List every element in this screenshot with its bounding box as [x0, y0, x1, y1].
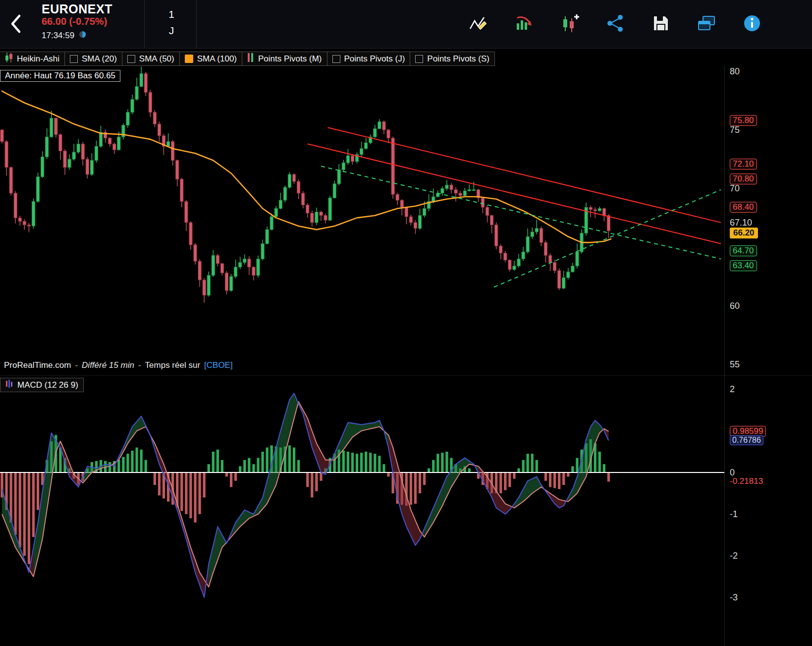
header: EURONEXT 66.00 (-0.75%) 17:34:59 1 J: [0, 0, 812, 49]
macd-axis-label: -0.21813: [730, 476, 763, 486]
indicators-icon[interactable]: [514, 13, 534, 33]
legend-item-sma20[interactable]: SMA (20): [64, 52, 122, 66]
legend-item-sma100[interactable]: SMA (100): [179, 52, 242, 66]
legend-item-sma50[interactable]: SMA (50): [122, 52, 180, 66]
delayed-data-icon: [79, 31, 86, 41]
save-icon[interactable]: [651, 13, 671, 33]
legend-item-pivots-m[interactable]: Points Pivots (M): [242, 52, 327, 66]
checkbox-icon[interactable]: [70, 55, 78, 63]
share-icon[interactable]: [605, 13, 625, 33]
price-axis-label: 67.10: [730, 217, 752, 228]
legend-label: SMA (100): [197, 54, 237, 64]
price-axis-label: 66.20: [730, 228, 758, 238]
macd-chart[interactable]: [0, 376, 724, 646]
realtime-label: Temps réel sur: [145, 360, 200, 370]
price-axis-label: 75.80: [730, 115, 757, 126]
legend-label: SMA (20): [82, 54, 117, 64]
price-change: 66.00 (-0.75%): [42, 16, 107, 27]
macd-axis-label: -3: [730, 592, 738, 603]
watermark-separator: -: [138, 360, 141, 370]
heikin-ashi-swatch: [5, 52, 13, 65]
price-axis-label: 64.70: [730, 245, 757, 256]
macd-axis-label: 0.76786: [730, 435, 763, 445]
price-chart[interactable]: [0, 66, 724, 375]
back-button[interactable]: [7, 13, 25, 35]
macd-axis-label: -1: [730, 509, 738, 520]
checkbox-icon[interactable]: [332, 55, 340, 63]
price-axis-label: 72.10: [730, 159, 757, 170]
draw-tool-icon[interactable]: [469, 13, 488, 33]
macd-axis: 20-1-2-30.985990.76786-0.21813: [725, 376, 812, 646]
timeframe-value: 1: [147, 8, 196, 20]
legend-label: Points Pivots (J): [344, 54, 405, 64]
pivots-swatch: [247, 53, 254, 65]
legend-label: Points Pivots (S): [427, 54, 489, 64]
delayed-label: Différé 15 min: [82, 360, 134, 370]
legend-label: Heikin-Ashi: [17, 54, 59, 64]
legend-label: Points Pivots (M): [258, 54, 322, 64]
price-axis-label: 63.40: [730, 260, 757, 271]
legend-label: SMA (50): [139, 54, 174, 64]
checkbox-icon[interactable]: [127, 55, 135, 63]
legend-item-heikin-ashi[interactable]: Heikin-Ashi: [0, 52, 65, 66]
cboe-link[interactable]: [CBOE]: [204, 360, 233, 370]
macd-axis-label: -2: [730, 551, 738, 561]
watermark: ProRealTime.com - Différé 15 min - Temps…: [4, 360, 233, 370]
price-axis-label: 75: [730, 124, 740, 135]
info-icon[interactable]: [742, 13, 762, 33]
price-axis-label: 60: [730, 300, 740, 311]
header-toolbar: [469, 13, 762, 33]
chart-type-icon[interactable]: [560, 13, 580, 33]
macd-legend[interactable]: MACD (12 26 9): [0, 378, 84, 392]
quote-time: 17:34:59: [42, 31, 74, 41]
layouts-icon[interactable]: [697, 13, 716, 33]
macd-legend-label: MACD (12 26 9): [17, 380, 78, 390]
indicator-legend-row: Heikin-Ashi SMA (20) SMA (50) SMA (100) …: [0, 52, 495, 66]
price-axis-label: 70.80: [730, 174, 757, 184]
price-axis: 80757067.10605575.8072.1070.8068.4064.70…: [725, 66, 812, 375]
price-axis-label: 68.40: [730, 202, 757, 213]
price-axis-label: 55: [730, 359, 740, 370]
symbol-title: EURONEXT: [42, 2, 112, 16]
watermark-separator: -: [75, 360, 78, 370]
sma100-swatch: [185, 55, 193, 63]
price-axis-label: 70: [730, 183, 740, 194]
timeframe-unit: J: [147, 25, 196, 37]
quote-time-row: 17:34:59: [42, 31, 86, 41]
price-axis-label: 80: [730, 66, 740, 76]
checkbox-icon[interactable]: [415, 55, 423, 63]
timeframe-selector[interactable]: 1 J: [147, 0, 196, 48]
legend-item-pivots-j[interactable]: Points Pivots (J): [327, 52, 411, 66]
header-divider: [144, 0, 145, 48]
prorealtime-label: ProRealTime.com: [4, 360, 71, 370]
legend-item-pivots-s[interactable]: Points Pivots (S): [410, 52, 495, 66]
header-divider: [196, 0, 197, 48]
macd-axis-label: 2: [730, 384, 735, 395]
year-range-label: Année: Haut 76.19 Bas 60.65: [0, 70, 120, 82]
macd-swatch: [5, 379, 13, 391]
